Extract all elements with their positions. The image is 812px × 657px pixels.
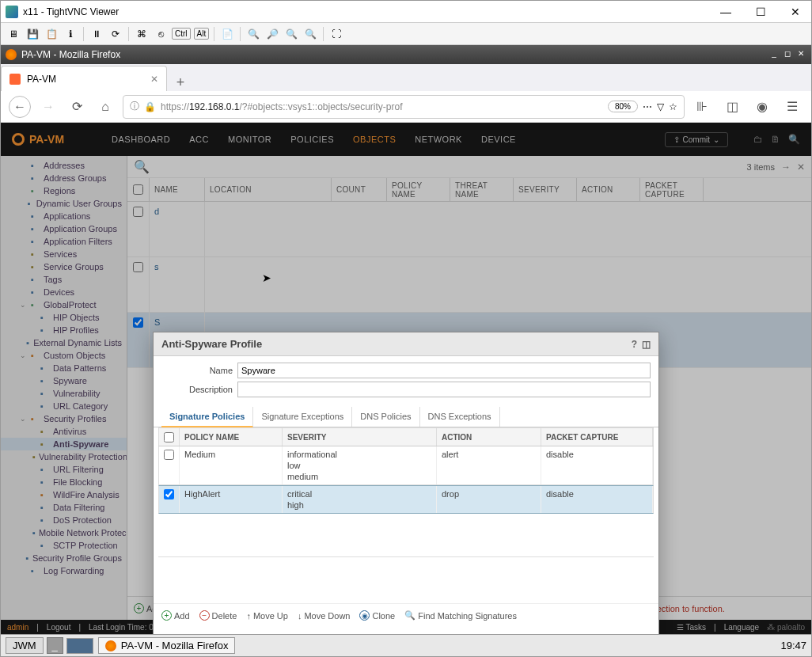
close-search-icon[interactable]: ✕ [797, 161, 805, 173]
col-action[interactable]: ACTION [437, 428, 541, 446]
language-link[interactable]: Language [724, 623, 760, 632]
ff-close-button[interactable]: ✕ [795, 49, 806, 60]
modal-header[interactable]: Anti-Spyware Profile ? ◫ [154, 332, 658, 356]
modal-table-row[interactable]: HighAlertcriticalhighdropdisable [158, 485, 654, 514]
header-threat[interactable]: THREAT NAME [450, 178, 514, 201]
sidebar-item-devices[interactable]: ▪Devices [1, 286, 127, 298]
site-info-icon[interactable]: ⓘ [130, 100, 139, 113]
row-checkbox[interactable] [133, 207, 143, 217]
next-arrow-icon[interactable]: → [781, 161, 791, 173]
forward-button[interactable]: → [37, 96, 59, 118]
sidebar-item-anti-spyware[interactable]: ▪Anti-Spyware [1, 438, 127, 450]
ctrl-key-button[interactable]: Ctrl [172, 28, 191, 40]
zoom-badge[interactable]: 80% [608, 101, 638, 112]
row-checkbox[interactable] [133, 262, 143, 272]
sidebar-item-tags[interactable]: ▪Tags [1, 273, 127, 286]
nav-dashboard[interactable]: DASHBOARD [112, 135, 170, 144]
back-button[interactable]: ← [9, 96, 31, 118]
sidebar-item-external-dynamic-lists[interactable]: ▪External Dynamic Lists [1, 336, 127, 349]
options-icon[interactable]: 📋 [44, 26, 59, 42]
header-packet[interactable]: PACKET CAPTURE [640, 178, 704, 201]
col-severity[interactable]: SEVERITY [283, 428, 437, 446]
sidebar-item-url-category[interactable]: ▪URL Category [1, 400, 127, 412]
account-icon[interactable]: ◉ [751, 96, 773, 118]
sidebar-item-url-filtering[interactable]: ▪URL Filtering [1, 463, 127, 476]
browser-tab[interactable]: PA-VM ✕ [1, 66, 167, 91]
page-actions-icon[interactable]: ⋯ [643, 101, 652, 112]
modal-clone-button[interactable]: ◉Clone [359, 610, 395, 621]
home-button[interactable]: ⌂ [94, 96, 116, 118]
window-maximize-button[interactable]: ☐ [749, 6, 772, 18]
transfer-icon[interactable]: 📄 [219, 26, 235, 42]
cad-icon[interactable]: ⌘ [134, 26, 150, 42]
sidebar-item-security-profiles[interactable]: ⌄▪Security Profiles [1, 412, 127, 425]
profile-link[interactable]: S [154, 317, 160, 327]
description-input[interactable] [237, 382, 651, 397]
col-packet-capture[interactable]: PACKET CAPTURE [541, 428, 653, 446]
header-policy[interactable]: POLICY NAME [387, 178, 450, 201]
new-tab-button[interactable]: + [167, 74, 194, 91]
row-checkbox[interactable] [164, 489, 174, 499]
alt-key-button[interactable]: Alt [194, 28, 210, 40]
sidebar-item-sctp-protection[interactable]: ▪SCTP Protection [1, 539, 127, 552]
zoom-100-icon[interactable]: 🔍 [283, 26, 299, 42]
sidebar-item-address-groups[interactable]: ▪Address Groups [1, 172, 127, 184]
header-count[interactable]: COUNT [332, 178, 387, 201]
nav-objects[interactable]: OBJECTS [353, 135, 396, 144]
refresh-icon[interactable]: ⟳ [108, 26, 123, 42]
bookmark-star-icon[interactable]: ☆ [669, 101, 677, 112]
header-action[interactable]: ACTION [577, 178, 640, 201]
header-name[interactable]: NAME [150, 178, 205, 201]
sidebar-item-dos-protection[interactable]: ▪DoS Protection [1, 514, 127, 526]
zoom-auto-icon[interactable]: 🔍 [302, 26, 318, 42]
sidebar-item-services[interactable]: ▪Services [1, 248, 127, 260]
sidebar-item-custom-objects[interactable]: ⌄▪Custom Objects [1, 349, 127, 362]
new-connection-icon[interactable]: 🖥 [6, 26, 21, 42]
search-icon[interactable]: 🔍 [134, 159, 150, 174]
header-location[interactable]: LOCATION [205, 178, 332, 201]
tasks-link[interactable]: ☰ Tasks [677, 623, 706, 632]
table-row[interactable]: d [127, 202, 811, 257]
nav-policies[interactable]: POLICIES [290, 135, 334, 144]
sidebar-item-hip-objects[interactable]: ▪HIP Objects [1, 311, 127, 324]
search-icon[interactable]: 🔍 [788, 134, 800, 145]
modal-add-button[interactable]: +Add [161, 610, 190, 621]
sidebar-item-globalprotect[interactable]: ⌄▪GlobalProtect [1, 298, 127, 311]
status-user[interactable]: admin [7, 623, 28, 632]
header-severity[interactable]: SEVERITY [514, 178, 577, 201]
sidebar-item-applications[interactable]: ▪Applications [1, 210, 127, 222]
sidebar-item-data-patterns[interactable]: ▪Data Patterns [1, 362, 127, 374]
sidebar-item-vulnerability-protection[interactable]: ▪Vulnerability Protection [1, 450, 127, 463]
sidebar-item-hip-profiles[interactable]: ▪HIP Profiles [1, 324, 127, 336]
taskbar-app[interactable]: PA-VM - Mozilla Firefox [98, 637, 236, 654]
sidebar-item-spyware[interactable]: ▪Spyware [1, 374, 127, 387]
nav-acc[interactable]: ACC [189, 135, 209, 144]
search-input[interactable] [156, 158, 741, 176]
commit-button[interactable]: ⇪ Commit ⌄ [665, 132, 728, 147]
reload-button[interactable]: ⟳ [66, 96, 88, 118]
col-policy-name[interactable]: POLICY NAME [180, 428, 283, 446]
profile-link[interactable]: d [154, 207, 159, 216]
info-icon[interactable]: ℹ [63, 26, 78, 42]
table-row[interactable]: s [127, 257, 811, 313]
tab-signature-exceptions[interactable]: Signature Exceptions [253, 407, 352, 427]
modal-select-all-checkbox[interactable] [164, 432, 174, 442]
ff-maximize-button[interactable]: ◻ [782, 49, 793, 60]
sidebar-item-wildfire-analysis[interactable]: ▪WildFire Analysis [1, 488, 127, 501]
select-all-checkbox[interactable] [133, 184, 143, 195]
sidebar-item-regions[interactable]: ▪Regions [1, 184, 127, 197]
lock-icon[interactable]: 🔒 [144, 101, 156, 112]
modal-table-row[interactable]: Mediuminformationallowmediumalertdisable [158, 446, 654, 485]
url-bar[interactable]: ⓘ 🔒 https://192.168.0.1/?#objects::vsys1… [123, 95, 685, 119]
zoom-in-icon[interactable]: 🔍 [245, 26, 261, 42]
window-close-button[interactable]: ✕ [784, 6, 806, 18]
jwm-menu-button[interactable]: JWM [6, 637, 44, 654]
library-icon[interactable]: ⊪ [691, 96, 713, 118]
sidebar-item-application-groups[interactable]: ▪Application Groups [1, 222, 127, 235]
find-matching-button[interactable]: 🔍 Find Matching Signatures [404, 610, 517, 621]
export-icon[interactable]: 🗎 [771, 134, 780, 145]
fullscreen-icon[interactable]: ⛶ [328, 26, 344, 42]
modal-delete-button[interactable]: −Delete [199, 610, 237, 621]
sidebar-icon[interactable]: ◫ [721, 96, 743, 118]
sidebar-item-mobile-network-protec[interactable]: ▪Mobile Network Protec [1, 526, 127, 539]
